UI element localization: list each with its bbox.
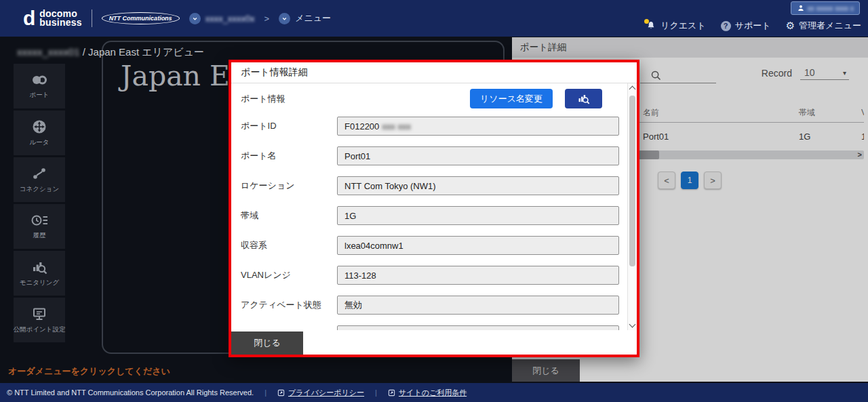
scroll-up-icon[interactable] — [629, 86, 636, 93]
menu-dropdown-label: メニュー — [295, 12, 331, 24]
connection-icon — [31, 165, 47, 182]
table-row[interactable]: Port01 1G 1 — [637, 126, 864, 146]
router-icon — [31, 119, 47, 135]
record-count-value: 10 — [804, 67, 815, 78]
order-menu-hint: オーダメニューをクリックしてください — [8, 365, 170, 378]
cell-bandwidth: 1G — [799, 132, 861, 142]
org-dropdown[interactable]: xxxx_xxxx0x — [189, 13, 255, 24]
horizontal-scrollbar[interactable]: > — [636, 150, 864, 159]
breadcrumb-prefix-redacted: xxxxx_xxxx01 — [17, 46, 80, 58]
cell-vlan-clipped: 1 — [861, 132, 864, 142]
table-header-row: 名前 帯域 V — [637, 103, 864, 123]
port-id-input[interactable]: F012200 xxx xxx — [337, 117, 619, 136]
scrollbar-thumb[interactable] — [636, 150, 659, 159]
record-count-control: Record 10 ▾ — [762, 67, 849, 80]
modal-close-button[interactable]: 閉じる — [231, 331, 303, 355]
field-row-port-name: ポート名 Port01 — [231, 146, 627, 165]
field-value: 1G — [344, 211, 356, 221]
field-value: lxea04comnw1 — [344, 241, 403, 251]
footer-separator: | — [264, 388, 267, 397]
scrollbar-thumb[interactable] — [629, 96, 635, 266]
partial-input[interactable] — [337, 325, 619, 330]
sidebar-item-connection[interactable]: コネクション — [14, 157, 65, 202]
port-icon — [30, 73, 49, 87]
port-name-input[interactable]: Port01 — [337, 146, 619, 165]
field-label: VLANレンジ — [241, 266, 291, 285]
public-point-icon — [31, 306, 47, 322]
sidebar-item-history[interactable]: 履歴 — [14, 204, 65, 249]
ntt-communications-logo: NTT Communications — [102, 12, 180, 24]
chevron-down-icon — [189, 13, 201, 24]
chevron-down-icon — [279, 13, 290, 24]
user-badge[interactable]: xx xxxxx xxxx x — [791, 1, 860, 15]
sidebar-item-router[interactable]: ルータ — [14, 110, 65, 155]
sidebar-item-port[interactable]: ポート — [14, 64, 65, 108]
vlan-range-input[interactable]: 113-128 — [337, 266, 619, 285]
field-value: F012200 — [344, 121, 379, 132]
monitoring-icon — [31, 259, 47, 275]
field-label: ロケーション — [241, 176, 295, 195]
caret-down-icon: ▾ — [843, 69, 846, 77]
nav-separator: > — [264, 14, 270, 24]
col-header-name: 名前 — [637, 107, 799, 119]
menu-dropdown[interactable]: メニュー — [279, 12, 331, 24]
app-root: d docomo business NTT Communications xxx… — [0, 0, 868, 402]
col-header-bandwidth: 帯域 — [799, 107, 861, 119]
user-name-redacted: xx xxxxx xxxx x — [808, 5, 854, 12]
col-header-vlan-clipped: V — [861, 108, 864, 117]
external-link-icon — [388, 389, 395, 397]
prev-page-button[interactable]: < — [658, 172, 675, 189]
field-label: ポートID — [241, 117, 277, 136]
history-icon — [31, 213, 48, 228]
field-value-redacted: xxx xxx — [382, 121, 411, 132]
record-count-select[interactable]: 10 ▾ — [800, 67, 849, 80]
help-icon: ? — [721, 21, 731, 31]
search-input[interactable] — [640, 67, 716, 83]
search-icon — [650, 70, 662, 81]
bandwidth-input[interactable]: 1G — [337, 206, 619, 225]
privacy-policy-link[interactable]: プライバシーポリシー — [277, 388, 364, 398]
section-label: ポート情報 — [241, 93, 285, 105]
field-value: Port01 — [344, 151, 370, 161]
field-label: 収容系 — [241, 236, 267, 255]
next-page-button[interactable]: > — [704, 172, 722, 189]
sidebar-item-monitoring[interactable]: モニタリング — [14, 251, 65, 296]
rename-resource-button[interactable]: リソース名変更 — [470, 89, 553, 108]
field-label: アクティベート状態 — [241, 296, 321, 315]
sidebar-item-public-point[interactable]: 公開ポイント設定 — [14, 298, 65, 342]
scroll-down-icon[interactable] — [629, 321, 636, 328]
field-value: 113-128 — [344, 270, 376, 281]
modal-scrollbar[interactable] — [627, 83, 637, 330]
external-link-icon — [277, 389, 285, 397]
field-row-partial — [231, 325, 627, 330]
support-label: サポート — [735, 20, 771, 32]
field-label: ポート名 — [241, 146, 277, 165]
cell-port-name: Port01 — [637, 132, 799, 142]
scroll-right-icon[interactable]: > — [858, 150, 862, 159]
footer-separator: | — [375, 388, 377, 397]
monitoring-button[interactable] — [565, 89, 602, 108]
field-row-vlan-range: VLANレンジ 113-128 — [231, 266, 627, 285]
docomo-mark: d — [23, 9, 35, 28]
field-row-bandwidth: 帯域 1G — [231, 206, 627, 225]
copyright: © NTT Limited and NTT Communications Cor… — [7, 388, 254, 397]
terms-of-use-link[interactable]: サイトのご利用条件 — [388, 388, 467, 398]
field-row-accommodation: 収容系 lxea04comnw1 — [231, 236, 627, 255]
record-label: Record — [762, 68, 792, 80]
field-row-location: ロケーション NTT Com Tokyo (NW1) — [231, 176, 627, 195]
activate-state-input[interactable]: 無効 — [337, 296, 619, 315]
support-link[interactable]: ? サポート — [721, 20, 771, 32]
drawer-title: ポート詳細 — [512, 37, 868, 58]
admin-menu-link[interactable]: ⚙ 管理者メニュー — [786, 20, 861, 32]
port-info-detail-modal: ポート情報詳細 ポート情報 リソース名変更 ポートID F012200 xxx … — [229, 60, 639, 357]
requests-link[interactable]: リクエスト — [646, 20, 706, 32]
admin-menu-label: 管理者メニュー — [799, 20, 861, 32]
drawer-close-button[interactable]: 閉じる — [512, 359, 580, 382]
location-input[interactable]: NTT Com Tokyo (NW1) — [337, 176, 619, 195]
bell-icon — [646, 20, 656, 31]
gear-icon: ⚙ — [786, 21, 795, 31]
current-page-button[interactable]: 1 — [681, 172, 698, 189]
accommodation-input[interactable]: lxea04comnw1 — [337, 236, 619, 255]
brand-line2: business — [39, 18, 81, 27]
pagination: < 1 > — [658, 172, 722, 189]
